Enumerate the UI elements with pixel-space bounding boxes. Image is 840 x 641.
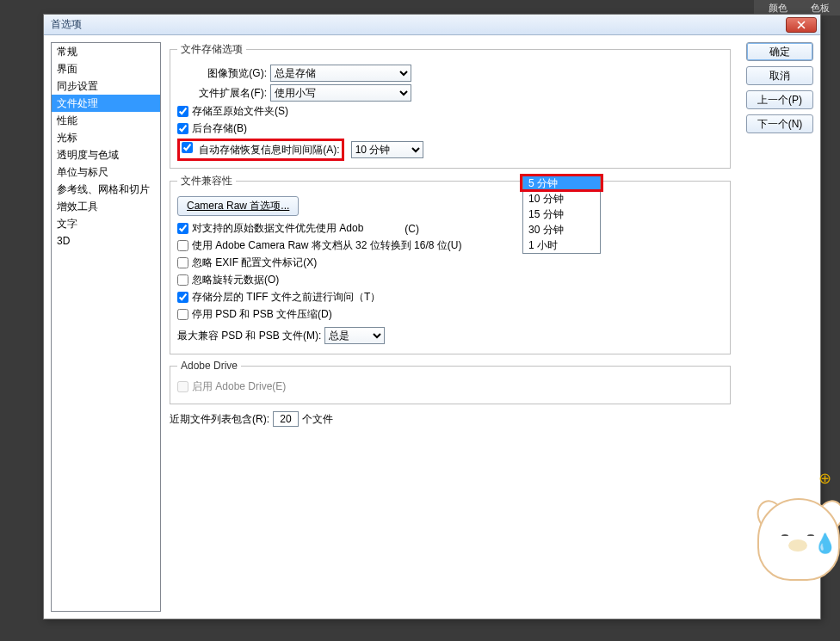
ignore-rot-checkbox[interactable] [177, 274, 188, 286]
recent-files-label-b: 个文件 [302, 412, 333, 427]
autosave-interval-combo[interactable]: 10 分钟 [351, 141, 423, 158]
sidebar-item-2[interactable]: 同步设置 [52, 77, 160, 95]
ignore-exif-checkbox[interactable] [177, 257, 188, 268]
sidebar-item-9[interactable]: 增效工具 [52, 198, 160, 215]
prev-button[interactable]: 上一个(P) [746, 90, 813, 109]
dialog-title: 首选项 [51, 17, 786, 32]
autosave-checkbox[interactable] [182, 142, 193, 153]
sidebar-item-5[interactable]: 光标 [52, 129, 160, 146]
save-options-group: 文件存储选项 图像预览(G): 总是存储 文件扩展名(F): 使用小写 存储至原… [170, 42, 731, 169]
file-ext-label: 文件扩展名(F): [177, 86, 267, 101]
prefer-raw-label: 对支持的原始数据文件优先使用 Adob [192, 221, 363, 236]
ok-button[interactable]: 确定 [746, 42, 813, 61]
ask-tiff-checkbox[interactable] [177, 292, 188, 303]
enable-drive-checkbox [177, 381, 188, 392]
bg-save-label: 后台存储(B) [192, 121, 247, 136]
camera-raw-prefs-button[interactable]: Camera Raw 首选项... [177, 196, 299, 216]
disable-psd-compress-label: 停用 PSD 和 PSB 文件压缩(D) [192, 307, 332, 322]
image-preview-label: 图像预览(G): [177, 66, 267, 81]
sidebar-item-0[interactable]: 常规 [52, 43, 160, 60]
prefer-raw-suffix: (C) [405, 223, 419, 235]
interval-option-3[interactable]: 30 分钟 [523, 222, 600, 237]
use-raw-1632-label: 使用 Adobe Camera Raw 将文档从 32 位转换到 16/8 位(… [192, 238, 461, 253]
category-list[interactable]: 常规界面同步设置文件处理性能光标透明度与色域单位与标尺参考线、网格和切片增效工具… [51, 42, 161, 612]
sidebar-item-7[interactable]: 单位与标尺 [52, 163, 160, 181]
recent-files-label-a: 近期文件列表包含(R): [170, 412, 269, 427]
panel-tab-color[interactable]: 颜色 [757, 2, 798, 15]
recent-files-input[interactable] [273, 411, 299, 427]
file-ext-combo[interactable]: 使用小写 [270, 84, 411, 102]
interval-option-4[interactable]: 1 小时 [523, 237, 600, 253]
use-raw-1632-checkbox[interactable] [177, 240, 188, 251]
bg-save-checkbox[interactable] [177, 123, 188, 134]
compat-legend: 文件兼容性 [177, 174, 236, 188]
sidebar-item-1[interactable]: 界面 [52, 60, 160, 77]
interval-option-1[interactable]: 10 分钟 [523, 191, 600, 206]
enable-drive-label: 启用 Adobe Drive(E) [192, 379, 286, 394]
sidebar-item-4[interactable]: 性能 [52, 112, 160, 129]
cancel-button[interactable]: 取消 [746, 66, 813, 85]
ask-tiff-label: 存储分层的 TIFF 文件之前进行询问（T） [192, 290, 380, 305]
save-original-checkbox[interactable] [177, 106, 188, 117]
autosave-interval-dropdown[interactable]: 5 分钟10 分钟15 分钟30 分钟1 小时 [522, 175, 601, 254]
autosave-label: 自动存储恢复信息时间间隔(A): [199, 144, 339, 156]
next-button[interactable]: 下一个(N) [746, 114, 813, 133]
autosave-highlight: 自动存储恢复信息时间间隔(A): [177, 139, 344, 161]
interval-option-0[interactable]: 5 分钟 [523, 176, 600, 191]
close-button[interactable] [786, 17, 817, 33]
save-original-label: 存储至原始文件夹(S) [192, 104, 288, 119]
sidebar-item-11[interactable]: 3D [52, 232, 160, 250]
save-options-legend: 文件存储选项 [177, 42, 246, 57]
max-compat-combo[interactable]: 总是 [324, 327, 385, 344]
sidebar-item-10[interactable]: 文字 [52, 215, 160, 232]
close-icon [797, 21, 806, 29]
sidebar-item-3[interactable]: 文件处理 [52, 95, 160, 112]
sidebar-item-8[interactable]: 参考线、网格和切片 [52, 181, 160, 198]
content-panel: 文件存储选项 图像预览(G): 总是存储 文件扩展名(F): 使用小写 存储至原… [166, 42, 734, 612]
interval-option-2[interactable]: 15 分钟 [523, 206, 600, 222]
image-preview-combo[interactable]: 总是存储 [270, 65, 411, 82]
preferences-dialog: 首选项 常规界面同步设置文件处理性能光标透明度与色域单位与标尺参考线、网格和切片… [43, 14, 821, 619]
adobe-drive-group: Adobe Drive 启用 Adobe Drive(E) [170, 360, 731, 404]
prefer-raw-checkbox[interactable] [177, 223, 188, 234]
titlebar: 首选项 [44, 15, 820, 35]
max-compat-label: 最大兼容 PSD 和 PSB 文件(M): [177, 329, 321, 343]
panel-tab-swatch[interactable]: 色板 [800, 2, 840, 15]
disable-psd-compress-checkbox[interactable] [177, 309, 188, 320]
sidebar-item-6[interactable]: 透明度与色域 [52, 146, 160, 163]
compat-group: 文件兼容性 Camera Raw 首选项... 对支持的原始数据文件优先使用 A… [170, 174, 731, 354]
dialog-button-column: 确定 取消 上一个(P) 下一个(N) [739, 42, 813, 612]
ignore-rot-label: 忽略旋转元数据(O) [192, 273, 279, 287]
recent-files-row: 近期文件列表包含(R): 个文件 [170, 411, 731, 427]
adobe-drive-legend: Adobe Drive [177, 360, 241, 372]
ignore-exif-label: 忽略 EXIF 配置文件标记(X) [192, 256, 317, 270]
